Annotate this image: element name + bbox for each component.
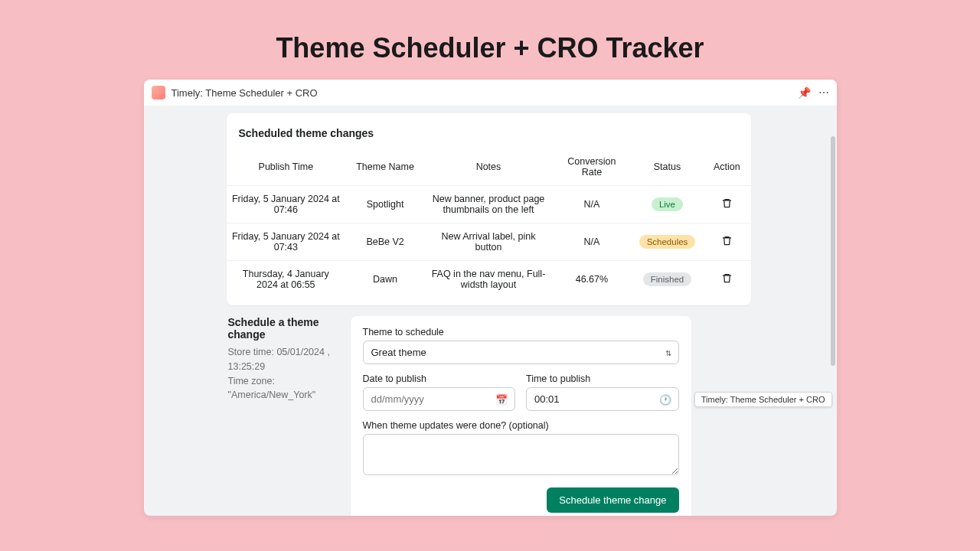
store-time: Store time: 05/01/2024 , 13:25:29: [228, 345, 335, 374]
cell-action: [703, 223, 750, 261]
schedule-info: Schedule a theme change Store time: 05/0…: [152, 316, 335, 403]
trash-icon[interactable]: [721, 235, 733, 249]
scheduled-changes-card: Scheduled theme changes Publish Time The…: [227, 113, 751, 305]
trash-icon[interactable]: [721, 272, 733, 286]
window-header: Timely: Theme Scheduler + CRO 📌 ⋯: [144, 80, 837, 106]
scrollbar[interactable]: [831, 136, 835, 366]
tooltip: Timely: Theme Scheduler + CRO: [694, 392, 832, 407]
scheduled-changes-title: Scheduled theme changes: [227, 127, 751, 148]
pin-icon[interactable]: 📌: [798, 86, 811, 99]
cell-conversion-rate: 46.67%: [552, 261, 632, 298]
col-action: Action: [703, 148, 750, 186]
scroll-area[interactable]: Scheduled theme changes Publish Time The…: [152, 106, 829, 516]
notes-label: When theme updates were done? (optional): [363, 420, 679, 431]
app-window: Timely: Theme Scheduler + CRO 📌 ⋯ Schedu…: [144, 80, 837, 516]
date-input[interactable]: [363, 387, 516, 411]
cell-publish-time: Friday, 5 January 2024 at 07:43: [227, 223, 346, 261]
cell-publish-time: Friday, 5 January 2024 at 07:46: [227, 186, 346, 223]
cell-publish-time: Thursday, 4 January 2024 at 06:55: [227, 261, 346, 298]
trash-icon[interactable]: [721, 197, 733, 211]
cell-theme-name: Spotlight: [345, 186, 425, 223]
cell-status: Finished: [632, 261, 703, 298]
cell-theme-name: BeBe V2: [345, 223, 425, 261]
app-title: Timely: Theme Scheduler + CRO: [172, 87, 798, 99]
col-status: Status: [632, 148, 703, 186]
cell-status: Schedules: [632, 223, 703, 261]
col-theme-name: Theme Name: [345, 148, 425, 186]
col-publish-time: Publish Time: [227, 148, 346, 186]
status-badge: Finished: [643, 272, 691, 286]
col-notes: Notes: [425, 148, 552, 186]
schedule-heading: Schedule a theme change: [228, 316, 335, 341]
table-row: Thursday, 4 January 2024 at 06:55DawnFAQ…: [227, 261, 751, 298]
schedule-form-card: Theme to schedule Great theme ⇅ Date to …: [351, 316, 691, 516]
page-heading: Theme Scheduler + CRO Tracker: [0, 0, 980, 80]
notes-textarea[interactable]: [363, 434, 679, 475]
schedule-theme-change-button[interactable]: Schedule theme change: [547, 487, 678, 513]
status-badge: Schedules: [639, 235, 696, 249]
cell-notes: FAQ in the nav menu, Full-widsth layout: [425, 261, 552, 298]
scheduled-changes-table: Publish Time Theme Name Notes Conversion…: [227, 148, 751, 298]
time-zone: Time zone: "America/New_York": [228, 374, 335, 403]
cell-conversion-rate: N/A: [552, 186, 632, 223]
date-to-publish-label: Date to publish: [363, 373, 516, 384]
theme-select[interactable]: Great theme: [363, 341, 679, 364]
cell-status: Live: [632, 186, 703, 223]
theme-to-schedule-label: Theme to schedule: [363, 327, 679, 337]
status-badge: Live: [652, 197, 683, 211]
table-row: Friday, 5 January 2024 at 07:43BeBe V2Ne…: [227, 223, 751, 261]
col-conversion-rate: Conversion Rate: [552, 148, 632, 186]
cell-conversion-rate: N/A: [552, 223, 632, 261]
more-icon[interactable]: ⋯: [818, 86, 829, 99]
cell-notes: New Arrival label, pink button: [425, 223, 552, 261]
time-to-publish-label: Time to publish: [526, 373, 679, 384]
cell-theme-name: Dawn: [345, 261, 425, 298]
table-row: Friday, 5 January 2024 at 07:46Spotlight…: [227, 186, 751, 223]
cell-action: [703, 261, 750, 298]
time-input[interactable]: [526, 387, 679, 411]
cell-notes: New banner, product page thumbnails on t…: [425, 186, 552, 223]
app-logo-icon: [152, 86, 165, 99]
cell-action: [703, 186, 750, 223]
